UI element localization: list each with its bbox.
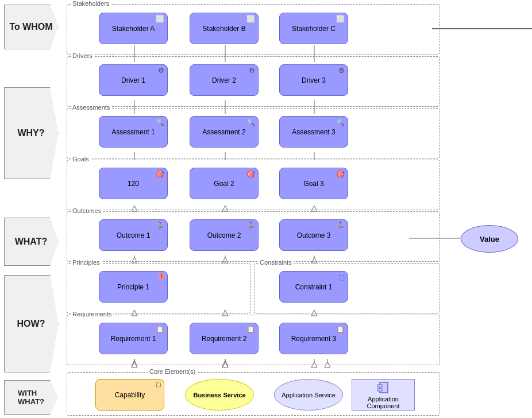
outcome-2-label: Outcome 2	[207, 231, 241, 239]
driver-1-icon: ⚙	[158, 67, 164, 75]
assessment-1-icon: 🔍	[156, 118, 164, 126]
requirement-3-icon: 📋	[336, 325, 345, 333]
component-icon	[376, 381, 390, 394]
driver-3-node[interactable]: Driver 3 ⚙	[279, 64, 348, 96]
requirement-2-label: Requirement 2	[202, 335, 247, 343]
main-container: To WHOM WHY? WHAT? HOW? WITHWHAT?	[0, 0, 532, 418]
principle-1-label: Principle 1	[117, 283, 149, 291]
capability-box[interactable]: Capability ⬚	[95, 379, 164, 411]
outcome-1-node[interactable]: Outcome 1 🏃	[99, 219, 168, 251]
constraint-1-icon: ⬚	[338, 273, 345, 281]
requirement-1-node[interactable]: Requirement 1 📋	[99, 323, 168, 354]
assessment-1-label: Assessment 1	[111, 128, 155, 136]
constraint-1-label: Constraint 1	[295, 283, 333, 291]
left-labels: To WHOM WHY? WHAT? HOW? WITHWHAT?	[0, 0, 64, 418]
stakeholder-c-icon: ⬜	[336, 15, 345, 23]
principle-1-node[interactable]: Principle 1 !	[99, 271, 168, 303]
stakeholders-label: Stakeholders	[71, 0, 111, 7]
goal-3-icon: 🎯	[336, 170, 345, 178]
stakeholder-b-node[interactable]: Stakeholder B ⬜	[190, 13, 259, 44]
constraints-label: Constraints	[258, 259, 294, 266]
application-component-box[interactable]: ApplicationComponent	[352, 379, 415, 411]
assessment-2-node[interactable]: Assessment 2 🔍	[190, 116, 259, 148]
goal-2-label: Goal 2	[214, 180, 234, 188]
outcome-2-node[interactable]: Outcome 2 🏃	[190, 219, 259, 251]
assessment-2-icon: 🔍	[246, 118, 255, 126]
stakeholder-c-label: Stakeholder C	[292, 25, 336, 33]
outcome-3-node[interactable]: Outcome 3 🏃	[279, 219, 348, 251]
to-whom-text: To WHOM	[9, 22, 52, 32]
goal-1-icon: 🎯	[156, 170, 164, 178]
svg-rect-43	[377, 385, 382, 387]
driver-3-label: Driver 3	[302, 76, 326, 84]
outcome-1-label: Outcome 1	[117, 231, 151, 239]
constraint-1-node[interactable]: Constraint 1 ⬚	[279, 271, 348, 303]
requirement-1-label: Requirement 1	[111, 335, 156, 343]
goal-1-label: 120	[128, 180, 139, 188]
requirement-2-node[interactable]: Requirement 2 📋	[190, 323, 259, 354]
goals-label: Goals	[71, 156, 91, 162]
assessment-3-label: Assessment 3	[292, 128, 335, 136]
requirement-3-node[interactable]: Requirement 3 📋	[279, 323, 348, 354]
why-text: WHY?	[17, 128, 44, 138]
requirement-3-label: Requirement 3	[291, 335, 337, 343]
goal-3-node[interactable]: Goal 3 🎯	[279, 168, 348, 199]
assessment-1-node[interactable]: Assessment 1 🔍	[99, 116, 168, 148]
driver-2-node[interactable]: Driver 2 ⚙	[190, 64, 259, 96]
chevron-with-what: WITHWHAT?	[4, 380, 59, 415]
svg-rect-44	[377, 389, 382, 391]
label-why: WHY?	[0, 53, 64, 213]
goal-1-node[interactable]: 120 🎯	[99, 168, 168, 199]
how-text: HOW?	[17, 319, 45, 329]
capability-label: Capability	[115, 391, 145, 399]
principle-1-icon: !	[159, 273, 164, 280]
drivers-label: Drivers	[71, 52, 94, 59]
assessment-3-node[interactable]: Assessment 3 🔍	[279, 116, 348, 148]
requirement-2-icon: 📋	[246, 325, 255, 333]
driver-1-node[interactable]: Driver 1 ⚙	[99, 64, 168, 96]
outcome-3-label: Outcome 3	[297, 231, 331, 239]
goal-2-node[interactable]: Goal 2 🎯	[190, 168, 259, 199]
driver-3-icon: ⚙	[338, 67, 345, 75]
what-text: WHAT?	[15, 237, 48, 247]
principles-label: Principles	[71, 259, 102, 266]
stakeholder-a-label: Stakeholder A	[112, 25, 155, 33]
stakeholder-b-label: Stakeholder B	[202, 25, 245, 33]
outcome-3-icon: 🏃	[336, 222, 345, 230]
right-panel: Stakeholders Stakeholder A ⬜ Stakeholder…	[64, 0, 532, 418]
driver-2-icon: ⚙	[249, 67, 255, 75]
label-with-what: WITHWHAT?	[0, 377, 64, 418]
label-to-whom: To WHOM	[0, 0, 64, 53]
stakeholder-a-node[interactable]: Stakeholder A ⬜	[99, 13, 168, 44]
label-how: HOW?	[0, 270, 64, 377]
assessment-3-icon: 🔍	[336, 118, 345, 126]
business-service-box[interactable]: Business Service	[185, 379, 254, 411]
with-what-text: WITHWHAT?	[18, 389, 44, 406]
application-component-label: ApplicationComponent	[367, 396, 400, 409]
outcomes-label: Outcomes	[71, 207, 103, 214]
driver-1-label: Driver 1	[121, 76, 145, 84]
requirements-label: Requirements	[71, 311, 113, 318]
assessment-2-label: Assessment 2	[202, 128, 245, 136]
chevron-to-whom: To WHOM	[4, 5, 59, 49]
goal-2-icon: 🎯	[246, 170, 255, 178]
stakeholder-a-icon: ⬜	[156, 15, 164, 23]
value-label: Value	[480, 235, 499, 243]
goal-3-label: Goal 3	[303, 180, 323, 188]
chevron-what: WHAT?	[4, 218, 59, 266]
stakeholder-b-icon: ⬜	[246, 15, 255, 23]
capability-icon: ⬚	[156, 381, 161, 388]
chevron-how: HOW?	[4, 275, 59, 373]
assessments-label: Assessments	[71, 104, 111, 111]
core-elements-label: Core Element(s)	[148, 368, 197, 375]
chevron-why: WHY?	[4, 87, 59, 179]
label-what: WHAT?	[0, 213, 64, 270]
outcome-2-icon: 🏃	[246, 222, 255, 230]
value-ellipse[interactable]: Value	[461, 225, 518, 253]
requirement-1-icon: 📋	[156, 325, 164, 333]
business-service-label: Business Service	[193, 392, 245, 398]
outcome-1-icon: 🏃	[156, 222, 164, 230]
stakeholder-c-node[interactable]: Stakeholder C ⬜	[279, 13, 348, 44]
driver-2-label: Driver 2	[212, 76, 236, 84]
application-service-box[interactable]: Application Service	[274, 379, 343, 411]
